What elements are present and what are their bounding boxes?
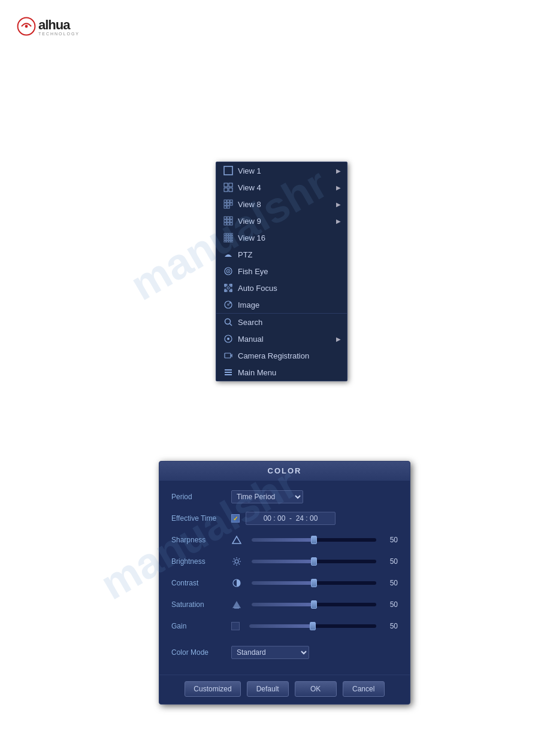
gain-checkbox[interactable] (231, 622, 240, 630)
svg-rect-29 (226, 236, 228, 238)
mainmenu-icon (222, 366, 234, 378)
spacer (171, 640, 398, 645)
menu-item-fisheye[interactable]: Fish Eye (216, 263, 347, 280)
brightness-slider[interactable] (252, 560, 376, 563)
menu-item-ptz[interactable]: PTZ (216, 246, 347, 263)
svg-rect-39 (231, 241, 233, 242)
svg-marker-64 (232, 536, 241, 544)
effective-time-checkbox[interactable]: ✓ (231, 514, 240, 523)
svg-point-53 (227, 303, 229, 306)
svg-rect-26 (229, 233, 231, 235)
saturation-slider[interactable] (252, 603, 376, 606)
gain-track (249, 624, 313, 628)
gain-slider[interactable] (249, 624, 376, 628)
view4-icon (222, 181, 234, 193)
logo-text-block: alhua TECHNOLOGY (38, 17, 80, 36)
svg-rect-12 (230, 203, 232, 205)
contrast-slider[interactable] (252, 581, 376, 585)
image-icon (222, 299, 234, 311)
svg-rect-33 (226, 238, 228, 240)
svg-rect-5 (224, 188, 228, 192)
svg-rect-34 (229, 238, 231, 240)
brightness-thumb[interactable] (311, 557, 317, 566)
menu-label-fisheye: Fish Eye (238, 267, 341, 276)
sharpness-label: Sharpness (171, 536, 231, 544)
contrast-thumb[interactable] (311, 579, 317, 587)
view1-icon (222, 165, 234, 177)
ok-button[interactable]: OK (295, 681, 337, 697)
menu-item-view1[interactable]: View 1 ▶ (216, 162, 347, 179)
period-select[interactable]: Time Period (231, 490, 303, 503)
saturation-icon (231, 599, 242, 610)
menu-item-view8[interactable]: View 8 ▶ (216, 196, 347, 212)
svg-point-55 (225, 319, 231, 324)
sharpness-thumb[interactable] (311, 536, 317, 544)
camera-icon (222, 350, 234, 362)
saturation-thumb[interactable] (311, 600, 317, 609)
menu-item-mainmenu[interactable]: Main Menu (216, 364, 347, 381)
view9-icon (222, 215, 234, 227)
autofocus-icon (222, 282, 234, 294)
menu-item-search[interactable]: Search (216, 314, 347, 330)
svg-rect-11 (227, 203, 229, 205)
checkbox-check-mark: ✓ (233, 515, 238, 522)
search-icon (222, 316, 234, 328)
dialog-title: COLOR (159, 462, 410, 481)
menu-item-view9[interactable]: View 9 ▶ (216, 212, 347, 229)
logo-icon (17, 17, 36, 36)
contrast-icon (231, 578, 242, 588)
svg-rect-19 (227, 220, 229, 222)
menu-item-autofocus[interactable]: Auto Focus (216, 280, 347, 296)
svg-rect-62 (225, 372, 232, 373)
svg-point-42 (228, 271, 229, 272)
gain-label: Gain (171, 622, 231, 630)
svg-rect-27 (231, 233, 233, 235)
menu-label-view9: View 9 (238, 217, 336, 226)
menu-label-ptz: PTZ (238, 250, 341, 259)
ptz-icon (222, 248, 234, 260)
effective-time-input[interactable] (246, 512, 335, 525)
color-mode-control[interactable]: Standard (231, 646, 398, 659)
customized-button[interactable]: Customized (185, 681, 240, 697)
menu-item-camera[interactable]: Camera Registration (216, 347, 347, 364)
saturation-control: 50 (231, 599, 398, 610)
menu-item-view4[interactable]: View 4 ▶ (216, 179, 347, 196)
brightness-control: 50 (231, 556, 398, 567)
effective-time-label: Effective Time (171, 514, 231, 523)
menu-item-image[interactable]: Image (216, 296, 347, 313)
brightness-track (252, 560, 314, 563)
arrow-view1: ▶ (336, 168, 341, 174)
svg-rect-28 (224, 236, 226, 238)
menu-label-autofocus: Auto Focus (238, 284, 341, 293)
default-button[interactable]: Default (247, 681, 289, 697)
menu-item-manual[interactable]: Manual ▶ (216, 330, 347, 347)
gain-value: 50 (383, 622, 398, 630)
view8-icon (222, 198, 234, 210)
svg-line-71 (239, 564, 240, 565)
period-label: Period (171, 493, 231, 501)
saturation-label: Saturation (171, 600, 231, 609)
logo-brand: alhua (38, 17, 80, 33)
svg-rect-30 (229, 236, 231, 238)
dialog-body: Period Time Period Effective Time ✓ Shar… (159, 481, 410, 675)
effective-time-control[interactable]: ✓ (231, 512, 398, 525)
gain-thumb[interactable] (310, 622, 316, 630)
gain-control: 50 (231, 622, 398, 630)
menu-item-view16[interactable]: View 16 (216, 229, 347, 246)
menu-label-view16: View 16 (238, 233, 341, 242)
cancel-button[interactable]: Cancel (343, 681, 385, 697)
period-control[interactable]: Time Period (231, 490, 398, 503)
svg-rect-23 (230, 223, 232, 225)
svg-point-51 (227, 287, 229, 289)
color-mode-select[interactable]: Standard (231, 646, 309, 659)
saturation-track (252, 603, 314, 606)
svg-rect-4 (229, 183, 232, 187)
color-mode-label: Color Mode (171, 648, 231, 657)
sharpness-slider[interactable] (252, 538, 376, 542)
svg-line-72 (239, 558, 240, 560)
svg-rect-25 (226, 233, 228, 235)
svg-rect-2 (224, 166, 232, 175)
saturation-row: Saturation 50 (171, 597, 398, 612)
sharpness-track (252, 538, 314, 542)
logo: alhua TECHNOLOGY (17, 17, 80, 36)
